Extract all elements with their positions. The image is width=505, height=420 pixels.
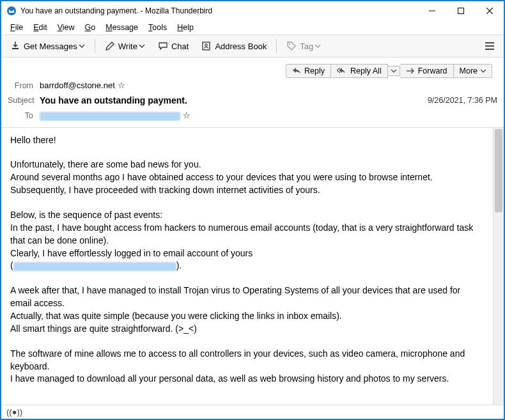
from-row: From barrdoff@cstone.net☆ [8,78,497,93]
action-label: More [460,66,478,75]
forward-icon [406,68,415,74]
message-headers: Reply Reply All Forward More From barrdo… [1,58,504,126]
toolbar-label: Chat [171,42,189,51]
app-menu-button[interactable] [479,39,500,53]
scrollbar-thumb[interactable] [495,129,502,212]
reply-button[interactable]: Reply [286,64,331,78]
svg-rect-5 [12,48,19,49]
chat-icon [158,41,168,51]
close-button[interactable] [475,1,504,20]
to-row: To ☆ [8,108,497,123]
address-book-icon [201,41,212,51]
chevron-down-icon [391,68,396,74]
action-label: Reply All [350,66,382,75]
body-paragraph: The software of mine allows me to access… [10,348,467,384]
hamburger-icon [485,42,495,51]
to-value[interactable]: ☆ [40,111,497,121]
menu-help[interactable]: Help [172,22,199,33]
menu-tools[interactable]: Tools [143,22,172,33]
chevron-down-icon [315,43,321,49]
header-actions: Reply Reply All Forward More [8,61,497,78]
reply-icon [292,67,301,75]
redacted-email [13,262,176,271]
svg-point-0 [7,6,16,15]
chat-button[interactable]: Chat [153,38,194,54]
download-icon [10,41,20,51]
forward-button[interactable]: Forward [400,64,454,78]
scrollbar[interactable] [493,128,504,405]
body-paragraph: ). [176,260,182,270]
action-label: Forward [418,66,447,75]
app-window: You have an outstanding payment. - Mozil… [0,0,505,420]
subject-label: Subject [8,96,40,105]
app-icon [6,6,17,16]
pencil-icon [105,41,115,51]
reply-all-menu-button[interactable] [388,66,400,76]
body-paragraph: Hello there! [10,135,56,145]
tag-icon [286,41,297,51]
star-icon[interactable]: ☆ [118,81,125,90]
toolbar: Get Messages Write Chat Address Book Tag [1,35,504,58]
toolbar-label: Write [118,42,137,51]
message-date: 9/26/2021, 7:36 PM [428,96,497,105]
menu-edit[interactable]: Edit [28,22,52,33]
subject-row: Subject You have an outstanding payment.… [8,93,497,108]
svg-point-7 [205,44,207,46]
reply-all-button[interactable]: Reply All [331,64,388,78]
redacted-recipient [40,112,180,121]
message-body: Hello there! Unfortunately, there are so… [1,128,493,405]
star-icon[interactable]: ☆ [183,111,190,120]
menu-view[interactable]: View [52,22,80,33]
from-value[interactable]: barrdoff@cstone.net☆ [40,81,497,90]
maximize-button[interactable] [446,1,475,20]
from-label: From [8,81,40,90]
chevron-down-icon [79,43,85,49]
titlebar: You have an outstanding payment. - Mozil… [1,1,504,20]
minimize-button[interactable] [417,1,446,20]
toolbar-label: Tag [300,42,313,51]
menu-file[interactable]: File [5,22,28,33]
menu-go[interactable]: Go [80,22,101,33]
statusbar: ((●)) [1,405,504,419]
menu-message[interactable]: Message [100,22,143,33]
action-label: Reply [304,66,325,75]
chevron-down-icon [481,68,486,74]
write-button[interactable]: Write [100,38,150,54]
svg-rect-2 [458,8,463,14]
message-area: Hello there! Unfortunately, there are so… [1,127,504,405]
toolbar-label: Address Book [215,42,267,51]
menubar: File Edit View Go Message Tools Help [1,20,504,35]
body-paragraph: A week after that, I have managed to ins… [10,285,463,334]
separator [95,39,95,53]
to-label: To [8,111,40,120]
more-button[interactable]: More [454,64,492,78]
chevron-down-icon [139,43,145,49]
svg-point-8 [289,43,290,45]
reply-all-icon [337,67,347,75]
activity-icon: ((●)) [6,407,22,417]
get-messages-button[interactable]: Get Messages [5,38,90,54]
body-paragraph: Unfortunately, there are some bad news f… [10,159,433,195]
separator [276,39,277,53]
toolbar-label: Get Messages [24,42,77,51]
address-book-button[interactable]: Address Book [196,38,272,54]
tag-button[interactable]: Tag [281,38,326,54]
window-title: You have an outstanding payment. - Mozil… [20,6,417,15]
subject-value: You have an outstanding payment. [40,95,428,105]
